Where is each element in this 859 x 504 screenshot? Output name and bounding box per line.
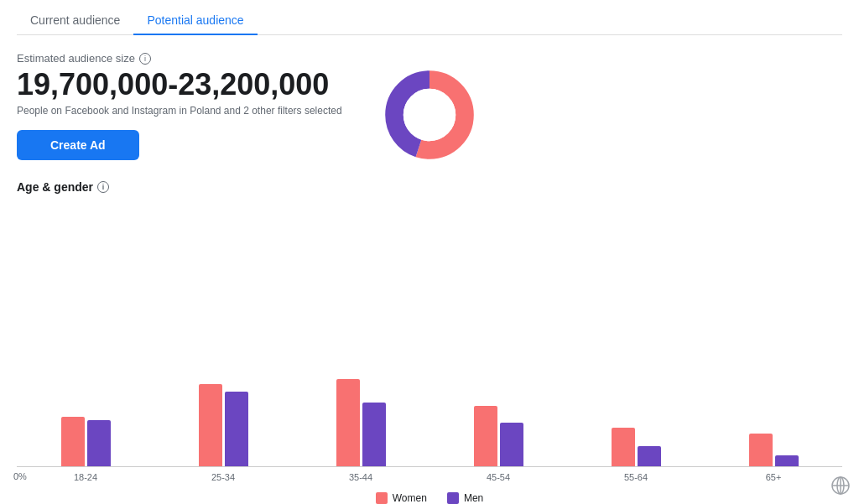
globe-icon[interactable]: [830, 475, 851, 496]
age-label-35-44: 35-44: [292, 472, 430, 482]
bar-group-35-44: [292, 379, 430, 466]
bar-men-65+: [775, 455, 799, 466]
legend-men-label: Men: [464, 492, 483, 504]
men-color-swatch: [447, 492, 459, 504]
bar-group-55-64: [567, 428, 705, 466]
bar-women-25-34: [199, 384, 222, 466]
bar-women-45-54: [474, 406, 497, 466]
age-gender-section-title: Age & gender i: [17, 180, 842, 194]
age-label-55-64: 55-64: [567, 472, 705, 482]
bar-women-18-24: [61, 417, 85, 466]
tab-potential-audience[interactable]: Potential audience: [133, 7, 257, 35]
legend-women: Women: [376, 492, 427, 504]
bar-group-65+: [705, 434, 842, 466]
bar-men-45-54: [500, 423, 523, 466]
bar-men-18-24: [87, 420, 111, 466]
tab-current-audience[interactable]: Current audience: [17, 7, 133, 35]
tab-bar: Current audience Potential audience: [17, 0, 842, 35]
chart-area: 0% 18-2425-3435-4445-5455-6465+ Women Me…: [17, 207, 842, 504]
age-label-45-54: 45-54: [430, 472, 567, 482]
age-label-65+: 65+: [705, 472, 842, 482]
bar-chart: 0%: [17, 358, 842, 467]
age-gender-info-icon[interactable]: i: [97, 181, 109, 193]
age-label-25-34: 25-34: [154, 472, 292, 482]
legend-men: Men: [447, 492, 483, 504]
legend-women-label: Women: [393, 492, 427, 504]
main-container: Current audience Potential audience Esti…: [0, 0, 859, 504]
age-labels: 18-2425-3435-4445-5455-6465+: [17, 472, 842, 482]
bar-men-55-64: [638, 446, 661, 465]
svg-point-2: [403, 88, 456, 140]
create-ad-button[interactable]: Create Ad: [17, 130, 139, 160]
audience-size-label: Estimated audience size i: [17, 52, 842, 65]
age-label-18-24: 18-24: [17, 472, 154, 482]
women-color-swatch: [376, 492, 388, 504]
zero-label: 0%: [13, 471, 27, 481]
bar-group-45-54: [430, 406, 567, 466]
bar-women-35-44: [336, 379, 360, 466]
bar-group-18-24: [17, 417, 154, 466]
bar-group-25-34: [154, 384, 292, 466]
bar-men-35-44: [362, 403, 386, 465]
bar-chart-wrapper: 0% 18-2425-3435-4445-5455-6465+: [17, 207, 842, 482]
legend: Women Men: [376, 492, 483, 504]
bar-women-65+: [749, 434, 773, 466]
donut-chart: [379, 65, 480, 165]
audience-size-info-icon[interactable]: i: [139, 53, 151, 65]
bar-men-25-34: [225, 392, 248, 465]
bar-women-55-64: [612, 428, 635, 466]
